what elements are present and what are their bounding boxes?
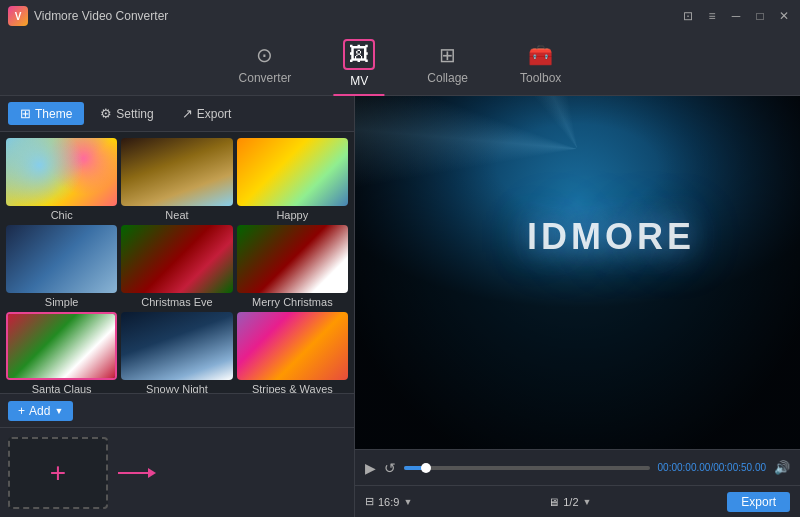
maximize-button[interactable]: □ <box>752 8 768 24</box>
theme-item-snowy-night[interactable]: Snowy Night <box>121 312 232 393</box>
theme-image-stripes-waves <box>237 312 348 380</box>
theme-thumb-neat <box>121 138 232 206</box>
arrow-head <box>148 468 156 478</box>
ratio-icon: ⊟ <box>365 495 374 508</box>
arrow-indicator <box>114 463 154 483</box>
ratio-arrow-icon: ▼ <box>403 497 412 507</box>
resolution-arrow-icon: ▼ <box>583 497 592 507</box>
light-rays <box>355 96 800 449</box>
theme-thumb-santa-claus <box>6 312 117 380</box>
themes-grid: ChicNeatHappySimpleChristmas EveMerry Ch… <box>0 132 354 393</box>
theme-image-simple <box>6 225 117 293</box>
app-logo: V <box>8 6 28 26</box>
theme-image-happy <box>237 138 348 206</box>
preview-watermark: IDMORE <box>527 216 695 258</box>
titlebar: V Vidmore Video Converter ⊡ ≡ ─ □ ✕ <box>0 0 800 32</box>
ratio-select[interactable]: ⊟ 16:9 ▼ <box>365 495 412 508</box>
export-tab-icon: ↗ <box>182 106 193 121</box>
theme-thumb-happy <box>237 138 348 206</box>
tab-setting[interactable]: ⚙ Setting <box>88 102 165 125</box>
theme-image-merry-christmas <box>237 225 348 293</box>
bottom-controls: ⊟ 16:9 ▼ 🖥 1/2 ▼ Export <box>355 485 800 517</box>
progress-bar[interactable] <box>404 466 650 470</box>
media-plus-icon: + <box>50 457 66 489</box>
close-button[interactable]: ✕ <box>776 8 792 24</box>
player-controls: ▶ ↺ 00:00:00.00/00:00:50.00 🔊 <box>355 449 800 485</box>
theme-label-happy: Happy <box>276 209 308 221</box>
theme-thumb-stripes-waves <box>237 312 348 380</box>
media-add-placeholder[interactable]: + <box>8 437 108 509</box>
export-button[interactable]: Export <box>727 492 790 512</box>
theme-image-neat <box>121 138 232 206</box>
add-plus-icon: + <box>18 404 25 418</box>
right-panel: IDMORE ▶ ↺ 00:00:00.00/00:00:50.00 🔊 ⊟ 1… <box>355 96 800 517</box>
time-current: 00:00:00.00 <box>658 462 711 473</box>
nav-toolbox[interactable]: 🧰 Toolbox <box>504 37 577 91</box>
nav-mv-label: MV <box>350 74 368 88</box>
tab-bar: ⊞ Theme ⚙ Setting ↗ Export <box>0 96 354 132</box>
progress-dot <box>421 463 431 473</box>
theme-thumb-snowy-night <box>121 312 232 380</box>
collage-icon: ⊞ <box>439 43 456 67</box>
setting-tab-icon: ⚙ <box>100 106 112 121</box>
navbar: ⊙ Converter 🖼 MV ⊞ Collage 🧰 Toolbox <box>0 32 800 96</box>
add-chevron-icon: ▼ <box>54 406 63 416</box>
main-content: ⊞ Theme ⚙ Setting ↗ Export ChicNeatHappy… <box>0 96 800 517</box>
theme-item-chic[interactable]: Chic <box>6 138 117 221</box>
add-button[interactable]: + Add ▼ <box>8 401 73 421</box>
theme-item-santa-claus[interactable]: Santa Claus <box>6 312 117 393</box>
mv-icon: 🖼 <box>349 43 369 65</box>
theme-item-happy[interactable]: Happy <box>237 138 348 221</box>
resolution-value: 1/2 <box>563 496 578 508</box>
theme-item-christmas-eve[interactable]: Christmas Eve <box>121 225 232 308</box>
nav-converter-label: Converter <box>239 71 292 85</box>
theme-label-merry-christmas: Merry Christmas <box>252 296 333 308</box>
add-bar: + Add ▼ <box>0 393 354 427</box>
theme-label-neat: Neat <box>165 209 188 221</box>
theme-thumb-simple <box>6 225 117 293</box>
tab-export-label: Export <box>197 107 232 121</box>
nav-collage-label: Collage <box>427 71 468 85</box>
theme-item-stripes-waves[interactable]: Stripes & Waves <box>237 312 348 393</box>
add-button-label: Add <box>29 404 50 418</box>
theme-image-chic <box>6 138 117 206</box>
replay-button[interactable]: ↺ <box>384 460 396 476</box>
toolbox-icon: 🧰 <box>528 43 553 67</box>
theme-image-christmas-eve <box>121 225 232 293</box>
minimize-button[interactable]: ─ <box>728 8 744 24</box>
theme-thumb-chic <box>6 138 117 206</box>
nav-mv[interactable]: 🖼 MV <box>327 33 391 94</box>
theme-tab-icon: ⊞ <box>20 106 31 121</box>
time-display: 00:00:00.00/00:00:50.00 <box>658 462 766 473</box>
nav-toolbox-label: Toolbox <box>520 71 561 85</box>
play-button[interactable]: ▶ <box>365 460 376 476</box>
theme-image-snowy-night <box>121 312 232 380</box>
theme-item-merry-christmas[interactable]: Merry Christmas <box>237 225 348 308</box>
app-title: Vidmore Video Converter <box>34 9 168 23</box>
menu-icon[interactable]: ≡ <box>704 8 720 24</box>
titlebar-left: V Vidmore Video Converter <box>8 6 168 26</box>
preview-background: IDMORE <box>355 96 800 449</box>
nav-collage[interactable]: ⊞ Collage <box>411 37 484 91</box>
tab-setting-label: Setting <box>116 107 153 121</box>
tab-theme[interactable]: ⊞ Theme <box>8 102 84 125</box>
volume-icon[interactable]: 🔊 <box>774 460 790 475</box>
theme-label-santa-claus: Santa Claus <box>32 383 92 393</box>
theme-image-santa-claus <box>8 314 115 378</box>
preview-area: IDMORE <box>355 96 800 449</box>
theme-item-simple[interactable]: Simple <box>6 225 117 308</box>
theme-item-neat[interactable]: Neat <box>121 138 232 221</box>
chat-icon[interactable]: ⊡ <box>680 8 696 24</box>
media-strip: + <box>0 427 354 517</box>
theme-label-snowy-night: Snowy Night <box>146 383 208 393</box>
resolution-icon: 🖥 <box>548 496 559 508</box>
theme-label-stripes-waves: Stripes & Waves <box>252 383 333 393</box>
window-controls: ⊡ ≡ ─ □ ✕ <box>680 8 792 24</box>
tab-theme-label: Theme <box>35 107 72 121</box>
theme-label-chic: Chic <box>51 209 73 221</box>
theme-thumb-merry-christmas <box>237 225 348 293</box>
resolution-select[interactable]: 🖥 1/2 ▼ <box>548 496 591 508</box>
nav-converter[interactable]: ⊙ Converter <box>223 37 308 91</box>
tab-export[interactable]: ↗ Export <box>170 102 244 125</box>
time-total: 00:00:50.00 <box>713 462 766 473</box>
